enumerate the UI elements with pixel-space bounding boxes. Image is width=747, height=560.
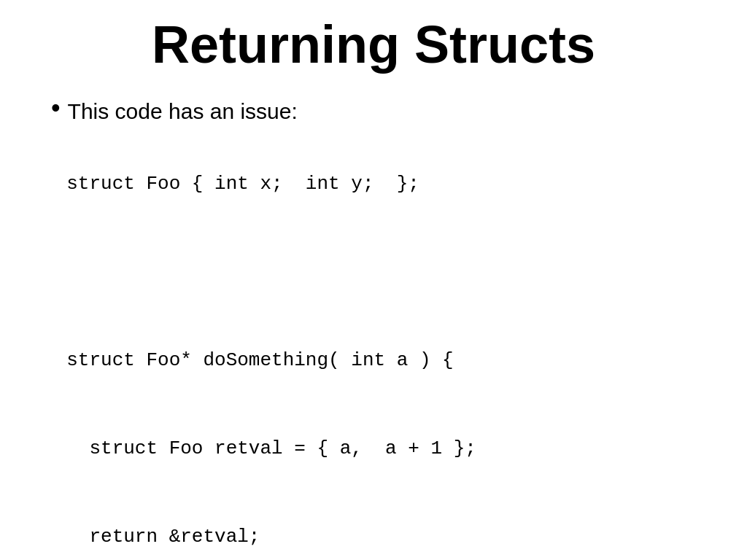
code-line-1: struct Foo { int x; int y; }; [66,173,419,195]
bullet-item: • This code has an issue: [51,96,718,127]
page-title: Returning Structs [29,15,718,74]
bullet-dot: • [51,95,61,121]
code-line-5: return &retval; [66,526,260,548]
bullet-text: This code has an issue: [68,96,298,127]
code-block: struct Foo { int x; int y; }; struct Foo… [29,140,718,560]
code-line-4: struct Foo retval = { a, a + 1 }; [66,438,476,459]
code-line-3: struct Foo* doSomething( int a ) { [66,349,454,371]
bullet-section: • This code has an issue: [29,96,718,127]
